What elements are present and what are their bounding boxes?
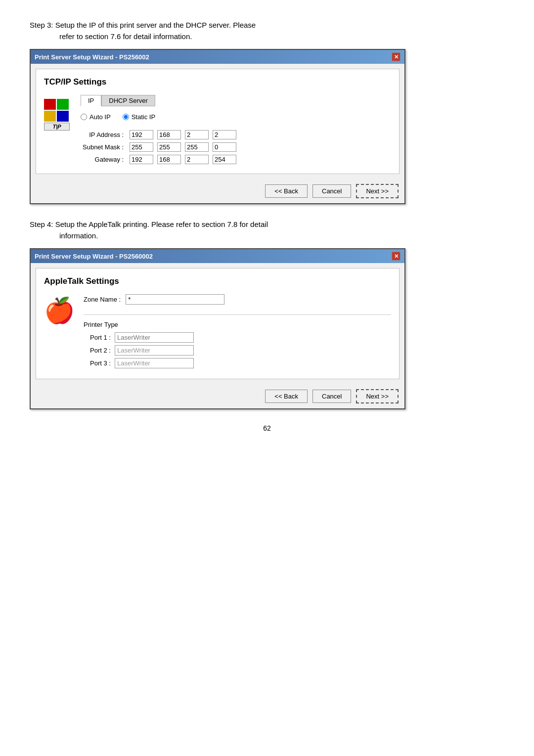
tp-label: T|P	[44, 123, 70, 131]
subnet-octet4[interactable]	[213, 142, 236, 152]
zone-name-row: Zone Name :	[84, 294, 391, 305]
tab-ip[interactable]: IP	[81, 95, 101, 106]
static-ip-radio-label[interactable]: Static IP	[123, 113, 155, 121]
subnet-label: Subnet Mask :	[81, 141, 128, 153]
ip-address-row: IP Address :	[81, 129, 238, 141]
appletalk-right-panel: Zone Name : Printer Type Port 1 : Port 2…	[84, 294, 391, 371]
step4-text: Step 4: Setup the AppleTalk printing. Pl…	[30, 219, 504, 241]
port1-input[interactable]	[115, 332, 194, 343]
tcpip-close-button[interactable]: ✕	[392, 52, 400, 61]
ip-octet2[interactable]	[157, 130, 181, 139]
port1-label: Port 1 :	[84, 334, 111, 341]
gateway-octet2[interactable]	[157, 155, 181, 164]
static-ip-radio[interactable]	[123, 114, 129, 120]
ip-octet3[interactable]	[185, 130, 209, 139]
port3-label: Port 3 :	[84, 359, 111, 367]
subnet-octet2[interactable]	[157, 142, 181, 152]
tcpip-title: Print Server Setup Wizard - PS256002	[35, 53, 149, 61]
tcpip-next-button[interactable]: Next >>	[356, 184, 399, 198]
step3-text: Step 3: Setup the IP of this print serve…	[30, 20, 504, 42]
gateway-label: Gateway :	[81, 153, 128, 166]
tcpip-titlebar: Print Server Setup Wizard - PS256002 ✕	[31, 50, 404, 64]
icon-green-block	[57, 99, 69, 110]
appletalk-section-title: AppleTalk Settings	[44, 276, 391, 286]
tcpip-body: TCP/IP Settings T|P	[36, 69, 400, 174]
zone-name-label: Zone Name :	[84, 296, 121, 303]
gateway-octet1[interactable]	[130, 155, 153, 164]
auto-ip-radio-label[interactable]: Auto IP	[81, 113, 111, 121]
tcpip-icon: T|P	[44, 99, 71, 166]
printer-type-heading: Printer Type	[84, 321, 391, 328]
tp-icon-graphic: T|P	[44, 99, 71, 124]
tcpip-back-button[interactable]: << Back	[265, 184, 308, 198]
apple-icon-container: 🍎	[44, 298, 74, 371]
tab-bar: IP DHCP Server	[81, 95, 391, 106]
ip-octet1[interactable]	[130, 130, 153, 139]
page-number: 62	[30, 424, 504, 432]
port1-row: Port 1 :	[84, 332, 391, 343]
appletalk-footer: << Back Cancel Next >>	[31, 384, 404, 408]
appletalk-window: Print Server Setup Wizard - PS2560002 ✕ …	[30, 248, 405, 409]
tcpip-content: T|P IP DHCP Server Auto IP	[44, 95, 391, 166]
appletalk-back-button[interactable]: << Back	[265, 390, 308, 403]
appletalk-title: Print Server Setup Wizard - PS2560002	[35, 253, 153, 260]
appletalk-cancel-button[interactable]: Cancel	[312, 390, 351, 403]
appletalk-close-button[interactable]: ✕	[392, 252, 400, 261]
tcpip-cancel-button[interactable]: Cancel	[312, 184, 351, 198]
tab-dhcp[interactable]: DHCP Server	[101, 95, 155, 106]
port2-row: Port 2 :	[84, 345, 391, 356]
appletalk-titlebar: Print Server Setup Wizard - PS2560002 ✕	[31, 249, 404, 263]
zone-name-input[interactable]	[126, 294, 224, 305]
appletalk-body: AppleTalk Settings 🍎 Zone Name : Printer…	[36, 268, 400, 379]
tcpip-section-title: TCP/IP Settings	[44, 77, 391, 87]
appletalk-next-button[interactable]: Next >>	[356, 389, 399, 403]
tcpip-window: Print Server Setup Wizard - PS256002 ✕ T…	[30, 49, 405, 204]
icon-red-block	[44, 99, 56, 110]
ip-mode-row: Auto IP Static IP	[81, 113, 391, 121]
icon-blue-block	[57, 111, 69, 122]
tcpip-footer: << Back Cancel Next >>	[31, 179, 404, 203]
apple-logo-icon: 🍎	[44, 298, 74, 323]
tcpip-right-panel: IP DHCP Server Auto IP Static IP	[81, 95, 391, 166]
port2-input[interactable]	[115, 345, 194, 356]
gateway-octet4[interactable]	[213, 155, 236, 164]
ip-address-label: IP Address :	[81, 129, 128, 141]
icon-yellow-block	[44, 111, 56, 122]
section-divider	[84, 314, 391, 315]
ip-octet4[interactable]	[213, 130, 236, 139]
gateway-octet3[interactable]	[185, 155, 209, 164]
subnet-mask-row: Subnet Mask :	[81, 141, 238, 153]
gateway-row: Gateway :	[81, 153, 238, 166]
subnet-octet3[interactable]	[185, 142, 209, 152]
port3-input[interactable]	[115, 358, 194, 368]
appletalk-content: 🍎 Zone Name : Printer Type Port 1 : Port…	[44, 294, 391, 371]
auto-ip-radio[interactable]	[81, 114, 87, 120]
port3-row: Port 3 :	[84, 358, 391, 368]
subnet-octet1[interactable]	[130, 142, 153, 152]
port2-label: Port 2 :	[84, 347, 111, 354]
ip-fields-table: IP Address : Subnet Mask : G	[81, 129, 238, 166]
